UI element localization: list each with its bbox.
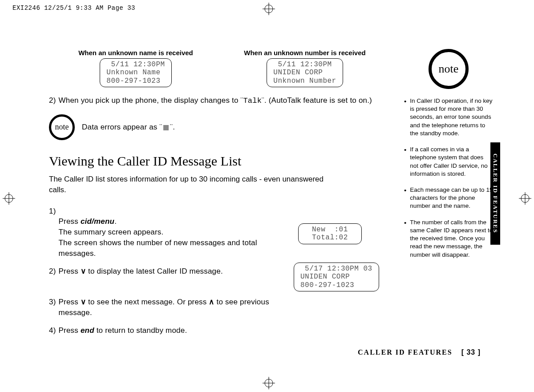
registration-mark-left (3, 192, 15, 205)
sidebar-note-item: •The number of calls from the same Calle… (404, 218, 493, 259)
step-2-pickup: When you pick up the phone, the display … (59, 95, 372, 106)
lcd-detail: 5/17 12:30PM 03 UNIDEN CORP 800-297-1023 (294, 263, 379, 291)
registration-mark-bottom (263, 377, 275, 389)
step-number-3: 3) (49, 297, 56, 318)
page-footer: CALLER ID FEATURES [ 33 ] (358, 348, 481, 356)
step-number-1: 1) (49, 206, 56, 259)
step-1: Press cid/menu. The summary screen appea… (59, 206, 272, 259)
bullet-icon: • (404, 186, 406, 210)
lcd-unknown-number: 5/11 12:30PM UNIDEN CORP Unknown Number (267, 58, 343, 87)
lcd-unknown-name: 5/11 12:30PM Unknown Name 800-297-1023 (100, 58, 171, 87)
caption-unknown-name: When an unknown name is received (60, 49, 211, 57)
sidebar-note-item: •Each message can be up to 15 characters… (404, 186, 493, 210)
sidebar-note-item: •In Caller ID operation, if no key is pr… (404, 97, 493, 137)
data-errors-note: Data errors appear as ¨¨. (82, 122, 175, 133)
step-number-4: 4) (49, 325, 56, 336)
intro-paragraph: The Caller ID list stores information fo… (49, 174, 325, 195)
down-arrow-icon-2: ∨ (81, 298, 86, 306)
bullet-icon: • (404, 97, 406, 137)
step-4: Press end to return to standby mode. (59, 325, 187, 336)
registration-mark-right (519, 192, 531, 205)
step-3: Press ∨ to see the next message. Or pres… (59, 297, 281, 318)
step-2: Press ∨ to display the latest Caller ID … (59, 266, 223, 277)
lcd-summary: New :01 Total:02 (298, 223, 362, 244)
note-icon-large: note (429, 49, 469, 89)
sidebar-notes-list: •In Caller ID operation, if no key is pr… (404, 97, 493, 259)
section-heading: Viewing the Caller ID Message List (49, 154, 392, 169)
note-icon-small: note (49, 114, 75, 140)
bullet-icon: • (404, 145, 406, 178)
caption-unknown-number: When an unknown number is received (229, 49, 380, 57)
grey-square-icon (163, 125, 169, 130)
step-number-2b: 2) (49, 266, 56, 277)
registration-mark-top (263, 3, 275, 15)
sidebar-note-item: •If a call comes in via a telephone syst… (404, 145, 493, 178)
down-arrow-icon: ∨ (81, 267, 86, 275)
print-slug: EXI2246 12/25/1 9:33 AM Page 33 (12, 4, 135, 12)
bullet-icon: • (404, 218, 406, 259)
up-arrow-icon: ∧ (209, 298, 214, 306)
step-number-2: 2) (49, 95, 56, 106)
